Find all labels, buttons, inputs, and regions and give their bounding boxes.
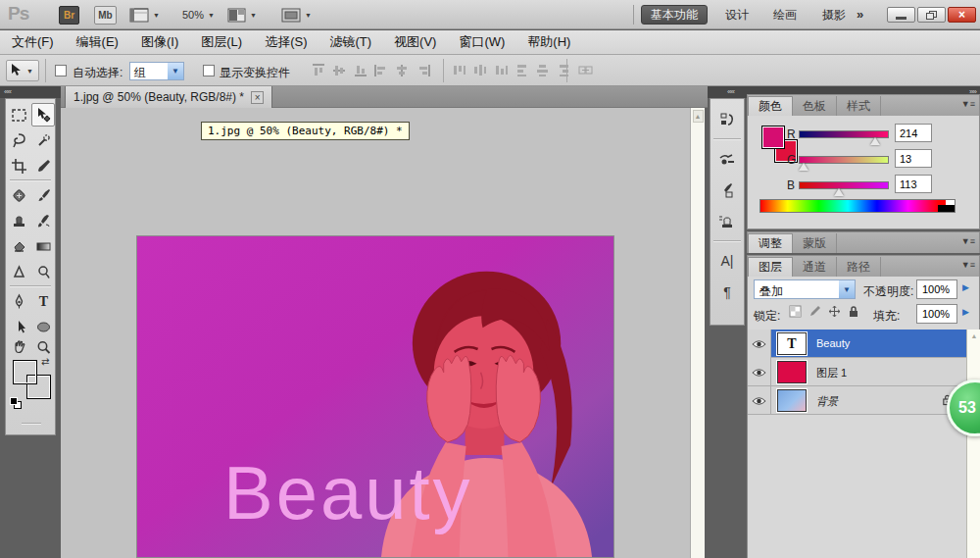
arrange-documents-button[interactable]: ▼	[227, 5, 257, 25]
lock-pixels-icon[interactable]	[808, 305, 821, 318]
distribute-horizontal-centers-icon[interactable]	[536, 64, 550, 79]
tab-swatches[interactable]: 色板	[793, 96, 837, 116]
green-value-input[interactable]	[895, 149, 932, 168]
tab-masks[interactable]: 蒙版	[793, 233, 837, 253]
blend-mode-dropdown[interactable]: 叠加 ▼	[754, 279, 856, 299]
auto-select-dropdown[interactable]: 组 ▼	[129, 62, 184, 80]
zoom-level-value[interactable]: 50%	[182, 9, 204, 21]
panel-menu-icon[interactable]: ▼≡	[961, 99, 975, 109]
distribute-right-edges-icon[interactable]	[558, 64, 571, 79]
text-layer-thumbnail[interactable]: T	[777, 332, 807, 355]
history-panel-icon[interactable]	[714, 107, 740, 132]
green-slider[interactable]	[799, 156, 889, 164]
fill-input[interactable]	[916, 304, 957, 324]
document-tab[interactable]: 1.jpg @ 50% (Beauty, RGB/8#) * ×	[65, 86, 272, 108]
clone-stamp-tool[interactable]	[7, 209, 30, 232]
lock-all-icon[interactable]	[848, 305, 859, 318]
restore-button[interactable]	[917, 7, 946, 23]
distribute-vertical-centers-icon[interactable]	[473, 64, 487, 79]
move-tool-preset-button[interactable]: ▼	[6, 60, 39, 81]
menu-help[interactable]: 帮助(H)	[527, 33, 570, 51]
minimize-button[interactable]	[887, 7, 915, 23]
menu-view[interactable]: 视图(V)	[394, 33, 436, 51]
distribute-bottom-edges-icon[interactable]	[495, 64, 509, 79]
distribute-left-edges-icon[interactable]	[515, 64, 529, 79]
tab-channels[interactable]: 通道	[793, 257, 837, 277]
blur-tool[interactable]	[7, 260, 30, 283]
default-colors-icon[interactable]	[10, 397, 22, 409]
visibility-toggle[interactable]	[748, 358, 771, 386]
align-horizontal-centers-icon[interactable]	[395, 64, 409, 79]
screen-mode-button[interactable]: ▼	[281, 5, 312, 25]
collapse-left-icon[interactable]: ««	[727, 86, 734, 97]
menu-window[interactable]: 窗口(W)	[459, 33, 505, 51]
lasso-tool[interactable]	[7, 128, 30, 152]
launch-bridge-button[interactable]: Br	[59, 6, 79, 25]
blue-slider-thumb[interactable]	[834, 188, 844, 196]
move-tool[interactable]	[31, 103, 55, 127]
workspace-essentials-button[interactable]: 基本功能	[641, 5, 708, 25]
collapse-tools-button[interactable]: ««	[0, 86, 61, 98]
foreground-color-swatch[interactable]	[13, 360, 37, 384]
opacity-input[interactable]	[916, 279, 957, 299]
panel-menu-icon[interactable]: ▼≡	[961, 260, 975, 270]
layers-scrollbar[interactable]: ▲	[966, 330, 980, 558]
dodge-tool[interactable]	[31, 260, 55, 283]
distribute-top-edges-icon[interactable]	[453, 64, 466, 79]
visibility-toggle[interactable]	[748, 386, 771, 415]
brush-tool[interactable]	[31, 183, 55, 207]
color-spectrum-ramp[interactable]	[760, 199, 956, 213]
menu-image[interactable]: 图像(I)	[141, 33, 178, 51]
document-image[interactable]: Beauty	[136, 235, 614, 558]
lock-position-icon[interactable]	[828, 305, 841, 318]
menu-edit[interactable]: 编辑(E)	[76, 33, 119, 51]
layer-row-beauty[interactable]: T Beauty	[748, 330, 966, 358]
align-right-edges-icon[interactable]	[416, 64, 430, 79]
auto-select-checkbox[interactable]	[55, 65, 67, 76]
tab-color[interactable]: 颜色	[748, 96, 793, 116]
tab-paths[interactable]: 路径	[837, 257, 881, 277]
rectangular-marquee-tool[interactable]	[7, 103, 30, 127]
swap-colors-icon[interactable]: ⇄	[41, 356, 49, 367]
show-transform-checkbox[interactable]	[203, 65, 215, 76]
menu-filter[interactable]: 滤镜(T)	[329, 33, 371, 51]
tab-adjustments[interactable]: 调整	[748, 233, 793, 253]
red-slider-thumb[interactable]	[870, 137, 880, 145]
tab-close-icon[interactable]: ×	[251, 91, 264, 104]
workspace-photography-button[interactable]: 摄影	[813, 5, 855, 25]
blue-slider[interactable]	[799, 181, 889, 189]
scroll-up-icon[interactable]: ▲	[968, 330, 980, 342]
menu-layer[interactable]: 图层(L)	[201, 33, 242, 51]
scroll-up-icon[interactable]: ▲	[693, 110, 704, 123]
paragraph-panel-icon[interactable]: ¶	[714, 279, 740, 305]
close-button[interactable]: ×	[948, 7, 976, 23]
panel-menu-icon[interactable]: ▼≡	[961, 236, 975, 246]
spot-healing-brush-tool[interactable]	[7, 183, 30, 207]
launch-mini-bridge-button[interactable]: Mb	[94, 6, 117, 25]
opacity-spin-icon[interactable]: ▶	[962, 282, 969, 292]
red-value-input[interactable]	[895, 124, 932, 142]
character-panel-icon[interactable]: A|	[714, 248, 740, 274]
gradient-tool[interactable]	[31, 234, 55, 258]
align-vertical-centers-icon[interactable]	[332, 64, 346, 79]
blue-value-input[interactable]	[895, 175, 932, 193]
type-tool[interactable]: T	[31, 289, 55, 313]
align-bottom-edges-icon[interactable]	[354, 64, 368, 79]
fill-spin-icon[interactable]: ▶	[962, 307, 969, 317]
tab-layers[interactable]: 图层	[748, 257, 793, 277]
menu-select[interactable]: 选择(S)	[265, 33, 307, 51]
layer-name[interactable]: 图层 1	[816, 366, 847, 380]
clone-source-panel-icon[interactable]	[714, 209, 740, 234]
hand-tool[interactable]	[7, 335, 30, 359]
tool-presets-panel-icon[interactable]	[714, 146, 740, 172]
color-layer-thumbnail[interactable]	[777, 361, 807, 383]
photo-layer-thumbnail[interactable]	[777, 389, 807, 412]
eyedropper-tool[interactable]	[31, 154, 55, 178]
pen-tool[interactable]	[7, 289, 30, 313]
history-brush-tool[interactable]	[31, 209, 55, 232]
quick-selection-tool[interactable]	[31, 128, 55, 152]
layer-row-layer1[interactable]: 图层 1	[748, 358, 966, 386]
layer-name[interactable]: Beauty	[816, 337, 850, 349]
auto-align-layers-icon[interactable]	[578, 64, 593, 79]
crop-tool[interactable]	[7, 154, 30, 178]
